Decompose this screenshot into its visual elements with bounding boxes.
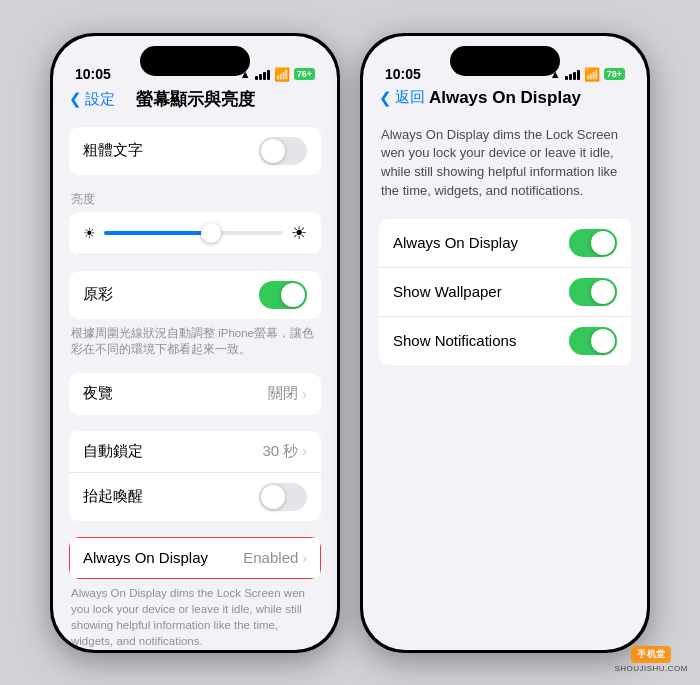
right-phone-screen: 10:05 ▲ 📶 78+ ❮ 返回 bbox=[363, 36, 647, 650]
show-notifications-toggle[interactable] bbox=[569, 327, 617, 355]
battery-badge: 76+ bbox=[294, 68, 315, 80]
night-list: 夜覽 關閉 › bbox=[69, 373, 321, 415]
wifi-icon: 📶 bbox=[274, 67, 290, 82]
truetone-toggle[interactable] bbox=[259, 281, 307, 309]
left-back-button[interactable]: ❮ 設定 bbox=[69, 90, 115, 109]
toggle-knob-wallpaper bbox=[591, 280, 615, 304]
brightness-track[interactable] bbox=[104, 231, 283, 235]
left-nav-bar: ❮ 設定 螢幕顯示與亮度 bbox=[53, 86, 337, 119]
aod-main-label: Always On Display bbox=[393, 234, 569, 251]
raise-row[interactable]: 抬起喚醒 bbox=[69, 473, 321, 521]
toggle-knob-aod bbox=[591, 231, 615, 255]
aod-chevron: › bbox=[302, 550, 307, 566]
show-wallpaper-toggle[interactable] bbox=[569, 278, 617, 306]
right-chevron-left-icon: ❮ bbox=[379, 89, 392, 107]
left-phone: 10:05 ▲ 📶 76+ ❮ 設定 bbox=[50, 33, 340, 653]
night-chevron: › bbox=[302, 386, 307, 402]
autolock-label: 自動鎖定 bbox=[83, 442, 262, 461]
show-wallpaper-row[interactable]: Show Wallpaper bbox=[379, 268, 631, 317]
dynamic-island bbox=[140, 46, 250, 76]
brightness-header: 亮度 bbox=[53, 191, 337, 212]
bold-text-group: 粗體文字 bbox=[69, 127, 321, 175]
toggle-knob-truetone bbox=[281, 283, 305, 307]
aod-label: Always On Display bbox=[83, 549, 243, 566]
aod-settings-list: Always On Display Show Wallpaper Show No… bbox=[379, 219, 631, 365]
show-notifications-row[interactable]: Show Notifications bbox=[379, 317, 631, 365]
right-phone: 10:05 ▲ 📶 78+ ❮ 返回 bbox=[360, 33, 650, 653]
raise-toggle[interactable] bbox=[259, 483, 307, 511]
right-nav-title: Always On Display bbox=[429, 88, 581, 108]
toggle-knob bbox=[261, 139, 285, 163]
right-signal-icon bbox=[565, 68, 580, 80]
bold-text-toggle[interactable] bbox=[259, 137, 307, 165]
truetone-list: 原彩 bbox=[69, 271, 321, 319]
signal-icon bbox=[255, 68, 270, 80]
right-nav-bar: ❮ 返回 Always On Display bbox=[363, 86, 647, 116]
aod-description: Always On Display dims the Lock Screen w… bbox=[363, 116, 647, 219]
night-row[interactable]: 夜覽 關閉 › bbox=[69, 373, 321, 415]
lock-section: 自動鎖定 30 秒 › 抬起喚醒 bbox=[53, 431, 337, 521]
left-status-time: 10:05 bbox=[75, 66, 111, 82]
aod-main-toggle[interactable] bbox=[569, 229, 617, 257]
right-back-button[interactable]: ❮ 返回 bbox=[379, 88, 425, 107]
page-background: 10:05 ▲ 📶 76+ ❮ 設定 bbox=[0, 0, 700, 685]
right-battery-badge: 78+ bbox=[604, 68, 625, 80]
right-wifi-icon: 📶 bbox=[584, 67, 600, 82]
aod-list: Always On Display Enabled › bbox=[69, 537, 321, 579]
toggle-knob-raise bbox=[261, 485, 285, 509]
aod-value: Enabled bbox=[243, 549, 298, 566]
show-notifications-label: Show Notifications bbox=[393, 332, 569, 349]
watermark: 手机堂 SHOUJISHU.COM bbox=[614, 646, 688, 673]
left-status-icons: ▲ 📶 76+ bbox=[240, 67, 315, 82]
chevron-left-icon: ❮ bbox=[69, 90, 82, 108]
show-wallpaper-label: Show Wallpaper bbox=[393, 283, 569, 300]
brightness-list: ☀ ☀ bbox=[69, 212, 321, 255]
bold-text-row[interactable]: 粗體文字 bbox=[69, 127, 321, 175]
aod-section-left: Always On Display Enabled › Always On Di… bbox=[53, 537, 337, 649]
autolock-chevron: › bbox=[302, 443, 307, 459]
right-screen-content: Always On Display dims the Lock Screen w… bbox=[363, 116, 647, 650]
lock-list: 自動鎖定 30 秒 › 抬起喚醒 bbox=[69, 431, 321, 521]
brightness-thumb bbox=[201, 223, 221, 243]
left-back-label: 設定 bbox=[85, 90, 115, 109]
autolock-row[interactable]: 自動鎖定 30 秒 › bbox=[69, 431, 321, 473]
toggle-knob-notifications bbox=[591, 329, 615, 353]
truetone-row[interactable]: 原彩 bbox=[69, 271, 321, 319]
truetone-label: 原彩 bbox=[83, 285, 259, 304]
right-status-time: 10:05 bbox=[385, 66, 421, 82]
watermark-logo: 手机堂 bbox=[631, 646, 671, 663]
truetone-section: 原彩 根據周圍光線狀況自動調整 iPhone螢幕，讓色彩在不同的環境下都看起來一… bbox=[53, 271, 337, 357]
truetone-desc: 根據周圍光線狀況自動調整 iPhone螢幕，讓色彩在不同的環境下都看起來一致。 bbox=[53, 319, 337, 357]
night-label: 夜覽 bbox=[83, 384, 268, 403]
aod-row[interactable]: Always On Display Enabled › bbox=[69, 537, 321, 579]
right-dynamic-island bbox=[450, 46, 560, 76]
autolock-value: 30 秒 bbox=[262, 442, 298, 461]
bold-text-label: 粗體文字 bbox=[83, 141, 259, 160]
night-section: 夜覽 關閉 › bbox=[53, 373, 337, 415]
right-back-label: 返回 bbox=[395, 88, 425, 107]
left-phone-screen: 10:05 ▲ 📶 76+ ❮ 設定 bbox=[53, 36, 337, 650]
watermark-site: SHOUJISHU.COM bbox=[614, 664, 688, 673]
aod-desc-left: Always On Display dims the Lock Screen w… bbox=[53, 579, 337, 649]
brightness-high-icon: ☀ bbox=[291, 222, 307, 244]
left-nav-title: 螢幕顯示與亮度 bbox=[136, 88, 255, 111]
brightness-section: 亮度 ☀ ☀ bbox=[53, 191, 337, 255]
brightness-low-icon: ☀ bbox=[83, 225, 96, 241]
brightness-row[interactable]: ☀ ☀ bbox=[69, 212, 321, 255]
left-screen-content: 粗體文字 亮度 ☀ bbox=[53, 119, 337, 650]
right-status-icons: ▲ 📶 78+ bbox=[550, 67, 625, 82]
night-value: 關閉 bbox=[268, 384, 298, 403]
brightness-fill bbox=[104, 231, 211, 235]
aod-main-row[interactable]: Always On Display bbox=[379, 219, 631, 268]
raise-label: 抬起喚醒 bbox=[83, 487, 259, 506]
